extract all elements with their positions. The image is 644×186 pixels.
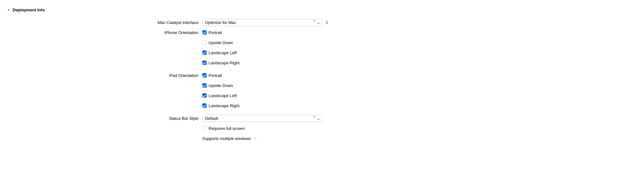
iphone-upsidedown-label: Upside Down bbox=[209, 40, 233, 45]
iphone-portrait-control: Portrait bbox=[202, 30, 222, 35]
arrow-right-icon: → bbox=[253, 136, 257, 141]
iphone-upsidedown-checkbox-row: Upside Down bbox=[202, 40, 233, 45]
iphone-landscaperight-checkbox[interactable] bbox=[202, 61, 207, 65]
supports-multiple-windows-row: Supports multiple windows → bbox=[0, 135, 644, 142]
iphone-portrait-checkbox-row: Portrait bbox=[202, 30, 222, 35]
status-bar-style-control: Default Light Content Dark Content ⌃⌄ bbox=[202, 115, 322, 122]
ipad-landscapeleft-checkbox[interactable] bbox=[202, 93, 207, 98]
ipad-landscaperight-control: Landscape Right bbox=[202, 103, 240, 108]
ipad-upsidedown-label: Upside Down bbox=[209, 83, 233, 88]
mac-catalyst-select[interactable]: Optimize for Mac Scale Interface to Matc… bbox=[202, 19, 322, 26]
ipad-orientation-landscaperight-row: Landscape Right bbox=[0, 102, 644, 109]
ipad-landscaperight-label: Landscape Right bbox=[209, 103, 240, 108]
requires-fullscreen-checkbox[interactable] bbox=[202, 126, 207, 131]
requires-fullscreen-checkbox-label: Requires full screen bbox=[209, 126, 245, 131]
ipad-upsidedown-checkbox[interactable] bbox=[202, 83, 207, 88]
iphone-landscapeleft-control: Landscape Left bbox=[202, 50, 237, 55]
iphone-orientation-portrait-row: iPhone Orientation Portrait bbox=[0, 29, 644, 36]
iphone-upsidedown-control: Upside Down bbox=[202, 40, 233, 45]
supports-multiple-windows-link[interactable]: Supports multiple windows → bbox=[202, 136, 257, 141]
section-title: Deployment Info bbox=[13, 8, 45, 12]
chevron-down-icon: ▾ bbox=[6, 8, 11, 12]
iphone-portrait-checkbox[interactable] bbox=[202, 30, 207, 35]
status-bar-style-label: Status Bar Style bbox=[0, 116, 202, 121]
status-bar-style-select[interactable]: Default Light Content Dark Content bbox=[202, 115, 322, 122]
ipad-orientation-upsidedown-row: Upside Down bbox=[0, 82, 644, 89]
iphone-landscapeleft-label: Landscape Left bbox=[209, 50, 237, 55]
requires-fullscreen-checkbox-row: Requires full screen bbox=[202, 126, 245, 131]
ipad-portrait-checkbox[interactable] bbox=[202, 73, 207, 78]
iphone-landscaperight-control: Landscape Right bbox=[202, 61, 240, 65]
ipad-upsidedown-checkbox-row: Upside Down bbox=[202, 83, 233, 88]
requires-fullscreen-control: Requires full screen bbox=[202, 126, 245, 131]
content-area: Mac Catalyst Interface Optimize for Mac … bbox=[0, 15, 644, 148]
iphone-portrait-label: Portrait bbox=[209, 30, 222, 35]
ipad-portrait-label: Portrait bbox=[209, 73, 222, 78]
mac-catalyst-select-wrapper: Optimize for Mac Scale Interface to Matc… bbox=[202, 19, 322, 26]
ipad-landscaperight-checkbox-row: Landscape Right bbox=[202, 103, 240, 108]
mac-catalyst-row: Mac Catalyst Interface Optimize for Mac … bbox=[0, 19, 644, 26]
requires-fullscreen-row: Requires full screen bbox=[0, 125, 644, 132]
mac-catalyst-label: Mac Catalyst Interface bbox=[0, 20, 202, 25]
ipad-landscapeleft-checkbox-row: Landscape Left bbox=[202, 93, 237, 98]
supports-multiple-windows-control: Supports multiple windows → bbox=[202, 136, 257, 141]
iphone-landscaperight-label: Landscape Right bbox=[209, 61, 240, 65]
ipad-orientation-portrait-row: iPad Orientation Portrait bbox=[0, 72, 644, 79]
ipad-upsidedown-control: Upside Down bbox=[202, 83, 233, 88]
info-icon[interactable]: ℹ bbox=[326, 20, 328, 25]
status-bar-select-wrapper: Default Light Content Dark Content ⌃⌄ bbox=[202, 115, 322, 122]
iphone-upsidedown-checkbox[interactable] bbox=[202, 40, 207, 45]
ipad-orientation-label: iPad Orientation bbox=[0, 73, 202, 78]
ipad-portrait-checkbox-row: Portrait bbox=[202, 73, 222, 78]
ipad-orientation-landscapeleft-row: Landscape Left bbox=[0, 92, 644, 99]
mac-catalyst-control: Optimize for Mac Scale Interface to Matc… bbox=[202, 19, 328, 26]
ipad-landscaperight-checkbox[interactable] bbox=[202, 103, 207, 108]
iphone-landscapeleft-checkbox[interactable] bbox=[202, 50, 207, 55]
iphone-orientation-upsidedown-row: Upside Down bbox=[0, 39, 644, 46]
iphone-landscapeleft-checkbox-row: Landscape Left bbox=[202, 50, 237, 55]
status-bar-style-row: Status Bar Style Default Light Content D… bbox=[0, 114, 644, 122]
supports-multiple-windows-text: Supports multiple windows bbox=[202, 136, 251, 141]
ipad-landscapeleft-control: Landscape Left bbox=[202, 93, 237, 98]
iphone-orientation-landscaperight-row: Landscape Right bbox=[0, 59, 644, 67]
iphone-orientation-landscapeleft-row: Landscape Left bbox=[0, 49, 644, 56]
deployment-info-header[interactable]: ▾ Deployment Info bbox=[0, 5, 644, 15]
page-container: ▾ Deployment Info Mac Catalyst Interface… bbox=[0, 0, 644, 154]
iphone-orientation-label: iPhone Orientation bbox=[0, 30, 202, 35]
ipad-portrait-control: Portrait bbox=[202, 73, 222, 78]
iphone-landscaperight-checkbox-row: Landscape Right bbox=[202, 61, 240, 65]
ipad-landscapeleft-label: Landscape Left bbox=[209, 93, 237, 98]
